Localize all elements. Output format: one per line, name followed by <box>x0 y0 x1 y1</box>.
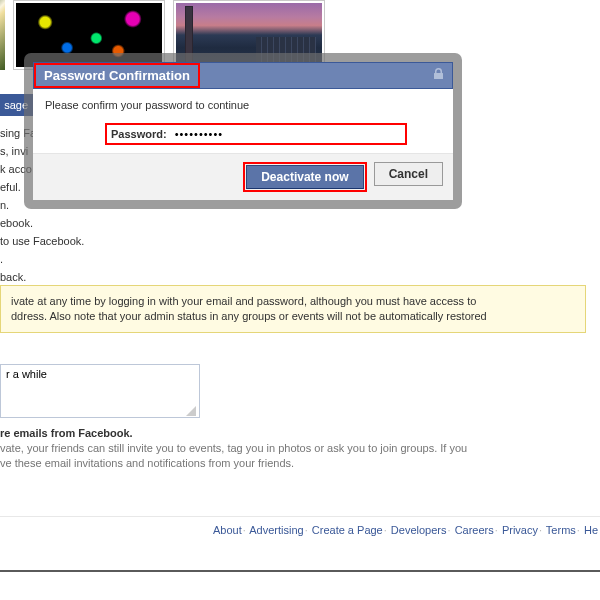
dialog-titlebar: Password Confirmation <box>33 62 453 89</box>
dialog-footer: Deactivate now Cancel <box>33 154 453 200</box>
password-input[interactable] <box>173 127 401 141</box>
resize-handle-icon[interactable] <box>186 406 196 416</box>
divider <box>0 570 600 572</box>
footer-link-terms[interactable]: Terms <box>546 524 576 536</box>
text-fragment: . <box>0 250 210 268</box>
cancel-button[interactable]: Cancel <box>374 162 443 186</box>
text-fragment: back. <box>0 268 210 286</box>
notice-text: ddress. Also note that your admin status… <box>11 310 487 322</box>
password-field-wrap: Password: <box>105 123 407 145</box>
divider <box>0 516 600 517</box>
footer-links: About· Advertising· Create a Page· Devel… <box>213 524 598 536</box>
footer-link-careers[interactable]: Careers <box>455 524 494 536</box>
footer-link-create-page[interactable]: Create a Page <box>312 524 383 536</box>
password-label: Password: <box>111 128 173 140</box>
dialog-title: Password Confirmation <box>34 63 200 88</box>
password-confirmation-dialog: Password Confirmation Please confirm you… <box>24 53 462 209</box>
footer-link-help[interactable]: He <box>584 524 598 536</box>
dialog-prompt: Please confirm your password to continue <box>45 99 441 111</box>
footer-link-advertising[interactable]: Advertising <box>249 524 303 536</box>
optout-heading: re emails from Facebook. <box>0 427 133 439</box>
explain-textarea[interactable] <box>0 364 200 418</box>
deactivate-now-button[interactable]: Deactivate now <box>246 165 363 189</box>
optout-description: vate, your friends can still invite you … <box>0 441 570 471</box>
photo-thumbnail[interactable] <box>0 0 5 70</box>
footer-link-privacy[interactable]: Privacy <box>502 524 538 536</box>
text-fragment: ebook. <box>0 214 210 232</box>
text-fragment: to use Facebook. <box>0 232 210 250</box>
notice-text: ivate at any time by logging in with you… <box>11 295 476 307</box>
footer-link-developers[interactable]: Developers <box>391 524 447 536</box>
lock-icon <box>433 68 444 80</box>
footer-link-about[interactable]: About <box>213 524 242 536</box>
info-notice: ivate at any time by logging in with you… <box>0 285 586 333</box>
